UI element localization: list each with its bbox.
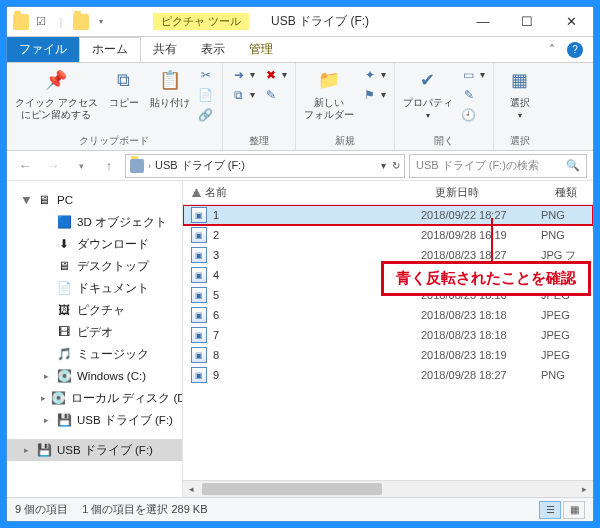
edit-button[interactable]: ✎	[461, 87, 485, 103]
ribbon-collapse-icon[interactable]: ˄	[549, 43, 555, 57]
tree-usb-drive-root[interactable]: ▸ 💾 USB ドライブ (F:)	[7, 439, 182, 461]
tab-file[interactable]: ファイル	[7, 37, 79, 62]
file-date: 2018/08/23 18:27	[421, 249, 541, 261]
col-type-header[interactable]: 種類	[555, 185, 593, 200]
tree-item[interactable]: 🖥デスクトップ	[7, 255, 182, 277]
copyto-button[interactable]: ⧉▾	[231, 87, 255, 103]
file-row[interactable]: ▣72018/08/23 18:18JPEG	[183, 325, 593, 345]
file-row[interactable]: ▣62018/08/23 18:18JPEG	[183, 305, 593, 325]
nav-back-button[interactable]: ←	[13, 154, 37, 178]
scroll-thumb[interactable]	[202, 483, 382, 495]
delete-button[interactable]: ✖▾	[263, 67, 287, 83]
close-button[interactable]: ✕	[549, 7, 593, 36]
select-icon: ▦	[506, 67, 534, 95]
file-type: JPEG	[541, 329, 593, 341]
easyaccess-button[interactable]: ⚑▾	[362, 87, 386, 103]
qat-newfolder-icon[interactable]	[73, 14, 89, 30]
search-field[interactable]: USB ドライブ (F:)の検索 🔍	[409, 154, 587, 178]
select-button[interactable]: ▦ 選択 ▾	[502, 67, 538, 121]
tree-item[interactable]: ▸💽ローカル ディスク (D	[7, 387, 182, 409]
expand-icon[interactable]: ⯆	[21, 195, 31, 205]
expand-icon[interactable]: ▸	[41, 371, 51, 381]
tree-item-icon: 🖥	[56, 258, 72, 274]
newitem-button[interactable]: ✦▾	[362, 67, 386, 83]
nav-up-button[interactable]: ↑	[97, 154, 121, 178]
nav-forward-button[interactable]: →	[41, 154, 65, 178]
file-row[interactable]: ▣22018/09/28 16:19PNG	[183, 225, 593, 245]
file-row[interactable]: ▣12018/09/22 18:27PNG	[183, 205, 593, 225]
ribbon-group-open: ✔ プロパティ ▾ ▭▾ ✎ 🕘 開く	[395, 63, 494, 150]
expand-icon[interactable]: ▸	[41, 415, 51, 425]
tree-item[interactable]: ▸💽Windows (C:)	[7, 365, 182, 387]
nav-recent-button[interactable]: ▾	[69, 154, 93, 178]
tree-item[interactable]: 📄ドキュメント	[7, 277, 182, 299]
paste-icon: 📋	[156, 67, 184, 95]
new-folder-button[interactable]: 📁 新しい フォルダー	[304, 67, 354, 121]
tree-item[interactable]: 🎞ビデオ	[7, 321, 182, 343]
tab-manage[interactable]: 管理	[237, 37, 285, 62]
folder-icon	[13, 14, 29, 30]
navigation-tree[interactable]: ⯆ 🖥 PC 🟦3D オブジェクト⬇ダウンロード🖥デスクトップ📄ドキュメント🖼ピ…	[7, 181, 183, 497]
tab-home[interactable]: ホーム	[79, 37, 141, 62]
scroll-left-icon[interactable]: ◂	[183, 481, 200, 498]
tree-item[interactable]: ⬇ダウンロード	[7, 233, 182, 255]
col-name-header[interactable]: 名前	[205, 185, 435, 200]
minimize-button[interactable]: —	[461, 7, 505, 36]
tree-item[interactable]: 🖼ピクチャ	[7, 299, 182, 321]
refresh-icon[interactable]: ↻	[392, 160, 400, 171]
tree-item-label: Windows (C:)	[77, 370, 146, 382]
address-field[interactable]: › USB ドライブ (F:) ▾ ↻	[125, 154, 405, 178]
qat-divider: |	[53, 14, 69, 30]
rename-button[interactable]: ✎	[263, 87, 287, 103]
image-file-icon: ▣	[191, 367, 207, 383]
col-date-header[interactable]: 更新日時	[435, 185, 555, 200]
view-details-button[interactable]: ☰	[539, 501, 561, 519]
paste-button[interactable]: 📋 貼り付け	[150, 67, 190, 109]
maximize-button[interactable]: ☐	[505, 7, 549, 36]
file-name: 1	[213, 209, 421, 221]
image-file-icon: ▣	[191, 347, 207, 363]
tab-share[interactable]: 共有	[141, 37, 189, 62]
horizontal-scrollbar[interactable]: ◂ ▸	[183, 480, 593, 497]
file-row[interactable]: ▣92018/09/28 18:27PNG	[183, 365, 593, 385]
tree-item-icon: 💽	[51, 390, 66, 406]
qat-dropdown-icon[interactable]: ▾	[93, 14, 109, 30]
moveto-button[interactable]: ➜▾	[231, 67, 255, 83]
view-thumbnails-button[interactable]: ▦	[563, 501, 585, 519]
cut-button[interactable]: ✂	[198, 67, 214, 83]
tree-pc[interactable]: ⯆ 🖥 PC	[7, 189, 182, 211]
newitem-icon: ✦	[362, 67, 378, 83]
properties-button[interactable]: ✔ プロパティ ▾	[403, 67, 453, 121]
open-button[interactable]: ▭▾	[461, 67, 485, 83]
expand-icon[interactable]: ▸	[41, 393, 46, 403]
file-type: JPEG	[541, 309, 593, 321]
tab-view[interactable]: 表示	[189, 37, 237, 62]
cut-icon: ✂	[198, 67, 214, 83]
address-dropdown-icon[interactable]: ▾	[381, 160, 386, 171]
scroll-right-icon[interactable]: ▸	[576, 481, 593, 498]
file-date: 2018/08/23 18:18	[421, 309, 541, 321]
file-name: 8	[213, 349, 421, 361]
history-button[interactable]: 🕘	[461, 107, 485, 123]
history-icon: 🕘	[461, 107, 477, 123]
ribbon-group-label: 選択	[502, 132, 538, 148]
ribbon-group-label: 新規	[304, 132, 386, 148]
file-row[interactable]: ▣82018/08/23 18:19JPEG	[183, 345, 593, 365]
copypath-button[interactable]: 📄	[198, 87, 214, 103]
pasteshortcut-button[interactable]: 🔗	[198, 107, 214, 123]
tree-item[interactable]: 🎵ミュージック	[7, 343, 182, 365]
expand-icon[interactable]: ▸	[21, 445, 31, 455]
copy-button[interactable]: ⧉ コピー	[106, 67, 142, 109]
help-icon[interactable]: ?	[567, 42, 583, 58]
easyaccess-icon: ⚑	[362, 87, 378, 103]
expand-icon[interactable]: ⯅	[191, 187, 201, 199]
tree-item[interactable]: ▸💾USB ドライブ (F:)	[7, 409, 182, 431]
copyto-icon: ⧉	[231, 87, 247, 103]
qat-checkbox-icon[interactable]: ☑	[33, 14, 49, 30]
window-title: USB ドライブ (F:)	[259, 7, 461, 36]
image-file-icon: ▣	[191, 267, 207, 283]
file-list-body[interactable]: ▣12018/09/22 18:27PNG▣22018/09/28 16:19P…	[183, 205, 593, 480]
pin-to-quick-access-button[interactable]: 📌 クイック アクセス にピン留めする	[15, 67, 98, 121]
ribbon-group-select: ▦ 選択 ▾ 選択	[494, 63, 546, 150]
tree-item[interactable]: 🟦3D オブジェクト	[7, 211, 182, 233]
